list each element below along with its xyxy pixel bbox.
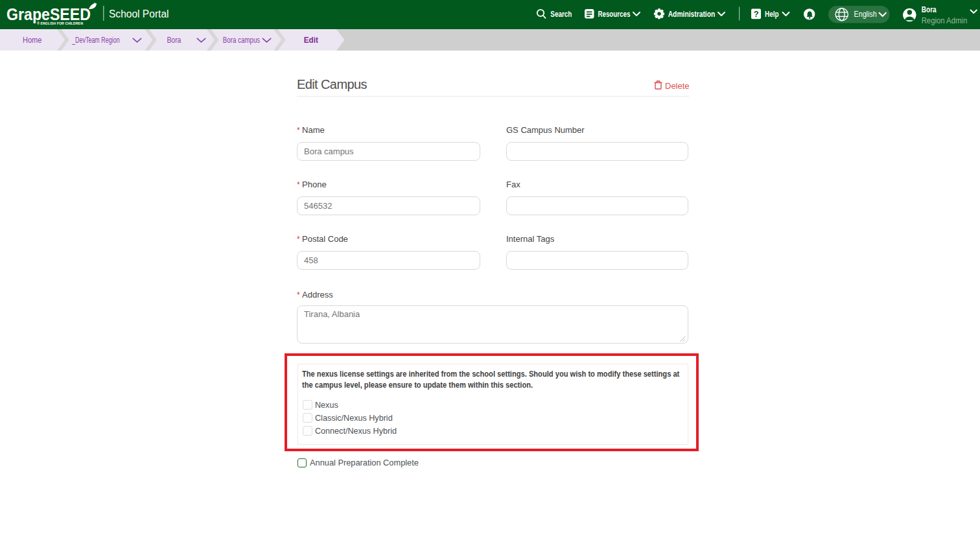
svg-text:GrapeSEED: GrapeSEED — [6, 5, 91, 23]
svg-text:Region Admin: Region Admin — [922, 16, 968, 25]
svg-text:Administration: Administration — [668, 10, 716, 19]
svg-text:Resources: Resources — [598, 10, 630, 19]
svg-text:School Portal: School Portal — [109, 8, 169, 19]
svg-text:Bora campus: Bora campus — [223, 36, 261, 45]
svg-text:_DevTeam Region: _DevTeam Region — [71, 36, 119, 45]
svg-text:?: ? — [754, 9, 759, 19]
svg-text:® ENGLISH FOR CHILDREN: ® ENGLISH FOR CHILDREN — [37, 21, 83, 25]
svg-text:Search: Search — [550, 10, 572, 19]
svg-text:Bora: Bora — [167, 36, 181, 45]
svg-text:Home: Home — [23, 36, 42, 45]
svg-text:Bora: Bora — [922, 5, 937, 14]
svg-text:English: English — [854, 10, 877, 19]
svg-text:Edit: Edit — [304, 36, 318, 45]
svg-text:Help: Help — [765, 10, 779, 19]
